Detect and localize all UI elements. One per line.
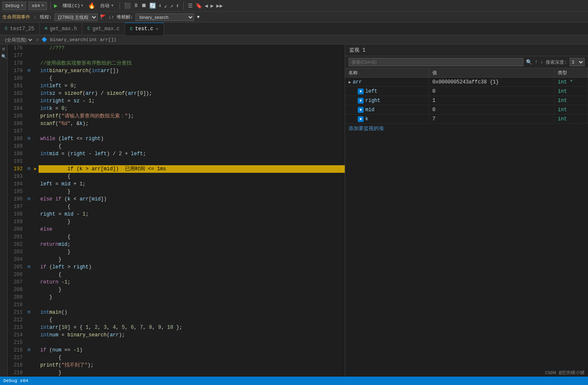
watch-row[interactable]: ◆k7int	[345, 114, 588, 124]
toolbar-icon3[interactable]: ⏹	[140, 3, 148, 9]
fold-marker	[26, 271, 32, 278]
up-icon[interactable]: ↑	[535, 59, 538, 65]
fold-marker[interactable]: ⊟	[26, 135, 32, 143]
fold-marker[interactable]: ⊟	[26, 346, 32, 354]
breakpoint-gutter[interactable]	[32, 256, 39, 263]
breakpoint-gutter[interactable]	[32, 271, 39, 278]
breakpoint-gutter[interactable]	[32, 354, 39, 362]
scope-select[interactable]: (全局范围)	[3, 37, 34, 43]
watch-add-row[interactable]: 添加要监视的项	[345, 124, 588, 133]
line-number: 178	[8, 60, 23, 67]
breakpoint-gutter[interactable]	[32, 52, 39, 60]
toolbar-icon13[interactable]: ▶▶	[216, 3, 224, 9]
breakpoint-gutter[interactable]	[32, 226, 39, 233]
breakpoint-gutter[interactable]	[32, 346, 39, 354]
stack-selector[interactable]: binary_search	[135, 13, 194, 21]
watch-search-input[interactable]	[349, 58, 523, 66]
breakpoint-gutter[interactable]	[32, 211, 39, 218]
breakpoint-gutter[interactable]	[32, 112, 39, 120]
fold-marker[interactable]: ⊟	[26, 165, 32, 173]
toolbar-icon12[interactable]: ▶	[210, 3, 215, 9]
toolbar-icon11[interactable]: ◀	[204, 3, 209, 9]
code-container[interactable]: 1761771781791801811821831841851861871881…	[8, 44, 345, 385]
breakpoint-gutter[interactable]	[32, 263, 39, 271]
breakpoint-gutter[interactable]	[32, 203, 39, 211]
breakpoint-gutter[interactable]	[32, 241, 39, 248]
breakpoint-gutter[interactable]	[32, 44, 39, 52]
tab-test7-25[interactable]: C test7_25	[0, 23, 40, 35]
fold-marker[interactable]: ⊟	[26, 67, 32, 75]
watch-row[interactable]: ◆right1int	[345, 96, 588, 105]
breakpoint-gutter[interactable]	[32, 127, 39, 135]
toolbar-icon6[interactable]: ↙	[164, 3, 169, 9]
breakpoint-gutter[interactable]	[32, 75, 39, 82]
toolbar-icon2[interactable]: ⏸	[133, 3, 140, 9]
fold-marker[interactable]: ⊟	[26, 309, 32, 316]
breakpoint-gutter[interactable]	[32, 180, 39, 188]
breakpoint-gutter[interactable]	[32, 362, 39, 369]
toolbar-icon9[interactable]: ☰	[187, 3, 194, 9]
toolbar-icon1[interactable]: ⬛	[123, 3, 132, 9]
tab-close-test-c[interactable]: ✕	[156, 26, 159, 31]
breakpoint-gutter[interactable]	[32, 301, 39, 309]
breakpoint-gutter[interactable]	[32, 135, 39, 143]
breakpoint-gutter[interactable]	[32, 294, 39, 301]
breakpoint-gutter[interactable]: ➤	[32, 165, 39, 173]
breakpoint-gutter[interactable]	[32, 67, 39, 75]
breakpoint-gutter[interactable]	[32, 278, 39, 286]
breakpoint-gutter[interactable]	[32, 233, 39, 241]
toolbar-icon10[interactable]: 🔖	[195, 3, 203, 9]
breakpoint-gutter[interactable]	[32, 188, 39, 195]
line-number: 185	[8, 112, 23, 120]
tab-get-max-h[interactable]: H get_max.h	[40, 23, 83, 35]
breakpoint-gutter[interactable]	[32, 158, 39, 165]
depth-select[interactable]: 3	[570, 58, 585, 66]
breakpoint-gutter[interactable]	[32, 173, 39, 180]
breakpoint-gutter[interactable]	[32, 331, 39, 339]
breakpoint-gutter[interactable]	[32, 150, 39, 158]
breakpoint-gutter[interactable]	[32, 248, 39, 256]
code-line	[39, 301, 345, 309]
breakpoint-gutter[interactable]	[32, 316, 39, 324]
toolbar-icon4[interactable]: 🔄	[148, 3, 157, 9]
breakpoint-gutter[interactable]	[32, 97, 39, 105]
thread-selector[interactable]: [27860] 主线程	[55, 13, 98, 21]
breakpoint-gutter[interactable]	[32, 143, 39, 150]
code-line: int binary_search(int arr[])	[39, 67, 345, 75]
fold-marker	[26, 127, 32, 135]
toolbar-icon5[interactable]: ⬇	[158, 3, 163, 9]
watch-row[interactable]: ◆left0int	[345, 87, 588, 96]
breakpoint-gutter[interactable]	[32, 105, 39, 112]
fold-marker[interactable]: ⊟	[26, 263, 32, 271]
fold-marker[interactable]: ⊟	[26, 195, 32, 203]
toolbar-icon8[interactable]: ⬆	[175, 3, 180, 9]
left-panel-icon1[interactable]: ⊞	[1, 46, 7, 52]
debug-selector[interactable]: Debug ▼	[3, 2, 26, 10]
expand-icon[interactable]: ▶	[349, 80, 351, 85]
fold-marker	[26, 203, 32, 211]
status-text: Debug x64	[3, 378, 28, 383]
watch-row[interactable]: ◆mid0int	[345, 105, 588, 114]
down-icon[interactable]: ↓	[540, 59, 543, 65]
toolbar-icon7[interactable]: ↗	[169, 3, 174, 9]
breakpoint-gutter[interactable]	[32, 324, 39, 331]
tab-get-max-c[interactable]: C get_max.c	[82, 23, 125, 35]
left-panel-icon2[interactable]: 🔍	[1, 54, 7, 60]
line-number: 179	[8, 67, 23, 75]
breakpoint-gutter[interactable]	[32, 60, 39, 67]
watch-row[interactable]: ▶arr0x0000005243affc38 {1}int *	[345, 78, 588, 87]
breakpoint-gutter[interactable]	[32, 90, 39, 97]
breakpoint-gutter[interactable]	[32, 195, 39, 203]
code-line: int arr[10] = { 1, 2, 3, 4, 5, 6, 7, 8, …	[39, 324, 345, 331]
tab-test-c[interactable]: C test.c ✕	[125, 23, 164, 35]
breakpoint-gutter[interactable]	[32, 309, 39, 316]
breakpoint-gutter[interactable]	[32, 286, 39, 294]
breakpoint-gutter[interactable]	[32, 82, 39, 90]
breakpoint-gutter[interactable]	[32, 218, 39, 226]
line-number: 204	[8, 256, 23, 263]
breakpoint-gutter[interactable]	[32, 120, 39, 127]
arch-selector[interactable]: x64 ▼	[29, 2, 47, 10]
continue-button[interactable]: 继续(C) ▼	[60, 2, 86, 10]
breakpoint-gutter[interactable]	[32, 369, 39, 377]
breakpoint-gutter[interactable]	[32, 339, 39, 346]
